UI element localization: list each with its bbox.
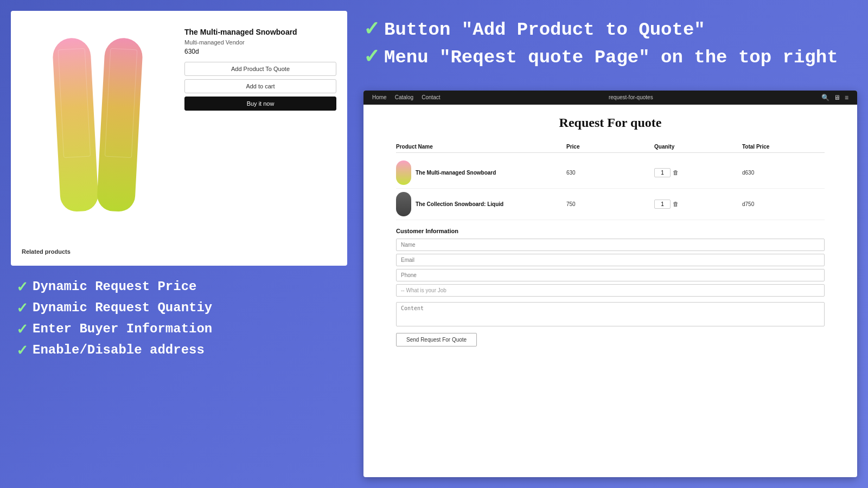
send-request-button[interactable]: Send Request For Quote [396, 333, 477, 346]
quote-page-screenshot: Home Catalog Contact request-for-quotes … [363, 91, 857, 477]
product-card: The Multi-managed Snowboard Multi-manage… [11, 11, 347, 266]
col-header-product: Product Name [396, 144, 561, 150]
delete-icon-1[interactable]: 🗑 [673, 201, 679, 207]
snowboard-right [97, 37, 144, 212]
product-cell-0: The Multi-managed Snowboard [396, 160, 561, 185]
qty-input-1[interactable] [654, 200, 671, 209]
product-thumb-0 [396, 160, 411, 185]
product-info: The Multi-managed Snowboard Multi-manage… [184, 22, 336, 243]
related-products-label: Related products [22, 248, 336, 255]
job-select[interactable]: -- What is your Job [396, 284, 825, 297]
nav-link-home[interactable]: Home [372, 94, 387, 100]
feature-item-0: ✓ Dynamic Request Price [16, 279, 342, 294]
big-feature-text-0: Button "Add Product to Quote" [384, 19, 705, 41]
product-image-area [22, 22, 174, 228]
email-field[interactable] [396, 254, 825, 266]
feature-item-2: ✓ Enter Buyer Information [16, 322, 342, 336]
quote-content: Request For quote Product Name Price Qua… [363, 105, 857, 357]
big-feature-text-1: Menu "Reqest quote Page" on the top righ… [384, 47, 838, 69]
feature-text-0: Dynamic Request Price [33, 279, 196, 294]
total-cell-0: d630 [742, 170, 825, 176]
feature-text-2: Enter Buyer Information [33, 322, 212, 336]
buy-it-now-button[interactable]: Buy it now [184, 97, 336, 111]
name-field[interactable] [396, 239, 825, 251]
nav-icons: 🔍 🖥 ≡ [821, 94, 848, 101]
product-price: 630d [184, 48, 336, 55]
feature-item-3: ✓ Enable/Disable address [16, 343, 342, 357]
nav-link-catalog[interactable]: Catalog [395, 94, 413, 100]
feature-item-1: ✓ Dynamic Request Quantiy [16, 300, 342, 315]
checkmark-icon-0: ✓ [16, 280, 28, 294]
menu-icon[interactable]: ≡ [845, 94, 848, 101]
checkmark-icon-1: ✓ [16, 301, 28, 315]
big-feature-1: ✓ Menu "Reqest quote Page" on the top ri… [363, 47, 857, 69]
top-right-features: ✓ Button "Add Product to Quote" ✓ Menu "… [363, 11, 857, 82]
big-checkmark-1: ✓ [363, 47, 380, 66]
nav-link-contact[interactable]: Contact [422, 94, 440, 100]
qty-cell-1: 🗑 [654, 200, 737, 209]
price-cell-0: 630 [566, 170, 649, 176]
col-header-price: Price [566, 144, 649, 150]
col-header-total: Total Price [742, 144, 825, 150]
big-feature-0: ✓ Button "Add Product to Quote" [363, 19, 857, 41]
search-icon[interactable]: 🔍 [821, 94, 829, 101]
qty-input-0[interactable] [654, 168, 671, 177]
delete-icon-0[interactable]: 🗑 [673, 169, 679, 176]
product-name-0: The Multi-managed Snowboard [416, 169, 496, 176]
snowboard-left [52, 37, 99, 212]
product-cell-1: The Collection Snowboard: Liquid [396, 192, 561, 216]
price-cell-1: 750 [566, 201, 649, 207]
col-header-quantity: Quanity [654, 144, 737, 150]
phone-field[interactable] [396, 269, 825, 281]
product-vendor: Multi-managed Vendor [184, 39, 336, 46]
add-product-to-quote-button[interactable]: Add Product To Quote [184, 62, 336, 76]
product-title: The Multi-managed Snowboard [184, 27, 336, 37]
product-thumb-1 [396, 192, 411, 216]
checkmark-icon-3: ✓ [16, 343, 28, 357]
quote-table-header: Product Name Price Quanity Total Price [396, 141, 825, 153]
table-row: The Multi-managed Snowboard 630 🗑 d630 [396, 157, 825, 189]
add-to-cart-button[interactable]: Add to cart [184, 79, 336, 93]
qty-cell-0: 🗑 [654, 168, 737, 177]
feature-text-1: Dynamic Request Quantiy [33, 300, 212, 315]
content-textarea[interactable] [396, 302, 825, 326]
feature-list-bottom: ✓ Dynamic Request Price ✓ Dynamic Reques… [11, 271, 347, 477]
quote-navbar: Home Catalog Contact request-for-quotes … [363, 91, 857, 105]
checkmark-icon-2: ✓ [16, 322, 28, 336]
total-cell-1: d750 [742, 201, 825, 207]
table-row: The Collection Snowboard: Liquid 750 🗑 d… [396, 189, 825, 220]
feature-text-3: Enable/Disable address [33, 343, 205, 357]
left-panel: The Multi-managed Snowboard Multi-manage… [0, 0, 358, 488]
display-icon[interactable]: 🖥 [834, 94, 840, 101]
product-name-1: The Collection Snowboard: Liquid [416, 201, 503, 208]
customer-info-title: Customer Information [396, 228, 825, 234]
right-panel: ✓ Button "Add Product to Quote" ✓ Menu "… [358, 0, 868, 488]
snowboard-image [56, 38, 139, 211]
big-checkmark-0: ✓ [363, 19, 380, 38]
quote-page-title: Request For quote [396, 115, 825, 130]
nav-center-label: request-for-quotes [449, 94, 813, 100]
